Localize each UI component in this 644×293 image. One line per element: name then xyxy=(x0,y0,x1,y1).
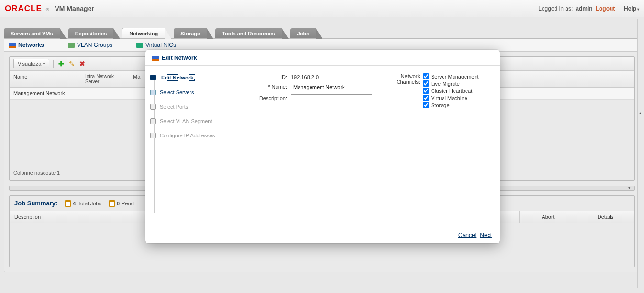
cell-name: Management Network xyxy=(10,88,81,99)
tab-networking[interactable]: Networking xyxy=(122,28,165,38)
dialog-title: Edit Network xyxy=(145,50,500,66)
checkbox[interactable] xyxy=(423,73,429,79)
checkbox[interactable] xyxy=(423,102,429,108)
channels-label: Network Channels: xyxy=(391,73,420,85)
chevron-down-icon: ▾ xyxy=(637,7,639,11)
col-name[interactable]: Name xyxy=(10,71,81,87)
wizard-step-edit-network[interactable]: Edit Network xyxy=(150,74,234,81)
col-abort[interactable]: Abort xyxy=(520,211,577,223)
brand-reg: ® xyxy=(46,7,49,12)
channel-server-management[interactable]: Server Management xyxy=(423,73,479,79)
wizard-step-select-servers[interactable]: Select Servers xyxy=(150,90,234,95)
next-button[interactable]: Next xyxy=(480,232,492,238)
vlan-icon xyxy=(68,43,75,48)
cancel-button[interactable]: Cancel xyxy=(458,232,476,238)
brand-logo: ORACLE® VM Manager xyxy=(5,4,94,13)
tab-servers-vms[interactable]: Servers and VMs xyxy=(4,28,60,38)
clipboard-icon xyxy=(65,200,71,207)
dialog-footer: Cancel Next xyxy=(145,227,500,243)
job-summary-title: Job Summary: xyxy=(14,200,57,207)
logged-in-label: Logged in as: xyxy=(538,5,573,12)
step-box-icon xyxy=(150,133,156,138)
checkbox[interactable] xyxy=(423,95,429,101)
right-sidebar-collapse[interactable]: ◂ xyxy=(637,19,644,288)
help-menu[interactable]: Help▾ xyxy=(624,5,639,12)
dialog-body: Edit Network Select Servers Select Ports… xyxy=(145,66,500,227)
name-label: Name: xyxy=(249,83,287,91)
wizard-nav: Edit Network Select Servers Select Ports… xyxy=(145,66,239,227)
network-channels-group: Network Channels: Server Management Live… xyxy=(391,73,479,219)
total-jobs[interactable]: 4 Total Jobs xyxy=(65,200,101,207)
form-column-left: ID: 192.168.2.0 Name: Description: xyxy=(249,73,377,219)
subnav-virtual-nics[interactable]: Virtual NICs xyxy=(136,42,176,48)
subnav-vlan-groups[interactable]: VLAN Groups xyxy=(68,42,112,48)
header-right: Logged in as: admin Logout Help▾ xyxy=(538,5,639,12)
user-name: admin xyxy=(576,5,592,12)
edit-icon[interactable]: ✎ xyxy=(68,60,76,68)
network-icon xyxy=(152,56,159,61)
app-header: ORACLE® VM Manager Logged in as: admin L… xyxy=(0,0,644,17)
dialog-form: ID: 192.168.2.0 Name: Description: Netwo… xyxy=(239,66,500,227)
col-intra-network[interactable]: Intra-Network Server xyxy=(81,71,129,87)
vnic-icon xyxy=(136,43,143,48)
channels-list: Server Management Live Migrate Cluster H… xyxy=(423,73,479,108)
product-name: VM Manager xyxy=(55,5,94,12)
wizard-step-select-vlan: Select VLAN Segment xyxy=(150,118,234,124)
channel-virtual-machine[interactable]: Virtual Machine xyxy=(423,95,479,101)
step-box-icon xyxy=(150,90,156,95)
wizard-step-configure-ip: Configure IP Addresses xyxy=(150,133,234,138)
tab-repositories[interactable]: Repositories xyxy=(68,28,114,38)
checkbox[interactable] xyxy=(423,88,429,94)
tab-storage[interactable]: Storage xyxy=(174,28,207,38)
main-tabs: Servers and VMs Repositories Networking … xyxy=(4,27,644,38)
chevron-left-icon: ◂ xyxy=(639,110,641,115)
step-box-icon xyxy=(150,75,156,80)
edit-network-dialog: Edit Network Edit Network Select Servers… xyxy=(145,50,500,243)
step-box-icon xyxy=(150,118,156,124)
wizard-line xyxy=(154,80,155,213)
add-icon[interactable]: ✚ xyxy=(57,60,65,68)
id-value: 192.168.2.0 xyxy=(291,73,377,80)
col-details[interactable]: Details xyxy=(577,211,634,223)
chevron-down-icon: ▾ xyxy=(43,62,45,66)
visualizza-menu[interactable]: Visualizza ▾ xyxy=(13,59,49,68)
step-box-icon xyxy=(150,104,156,110)
channel-live-migrate[interactable]: Live Migrate xyxy=(423,80,479,87)
network-icon xyxy=(9,43,16,48)
name-input[interactable] xyxy=(291,83,372,91)
id-label: ID: xyxy=(249,73,287,80)
tab-jobs[interactable]: Jobs xyxy=(290,28,316,38)
brand-main: ORACLE xyxy=(5,4,42,13)
divider xyxy=(53,60,54,68)
logout-link[interactable]: Logout xyxy=(596,5,615,12)
wizard-step-select-ports: Select Ports xyxy=(150,104,234,110)
tab-tools-resources[interactable]: Tools and Resources xyxy=(215,28,281,38)
description-textarea[interactable] xyxy=(291,94,372,190)
checkbox[interactable] xyxy=(423,80,429,87)
channel-cluster-heartbeat[interactable]: Cluster Heartbeat xyxy=(423,88,479,94)
subnav-networks[interactable]: Networks xyxy=(9,42,44,48)
channel-storage[interactable]: Storage xyxy=(423,102,479,108)
description-label: Description: xyxy=(249,94,287,190)
pending-jobs[interactable]: 0 Pend xyxy=(109,200,134,207)
clipboard-icon xyxy=(109,200,115,207)
delete-icon[interactable]: ✖ xyxy=(78,60,86,68)
